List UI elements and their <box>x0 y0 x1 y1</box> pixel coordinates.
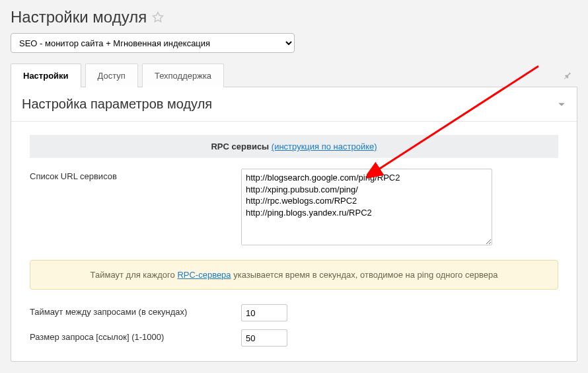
timeout-label: Таймаут между запросами (в секундах) <box>30 304 241 317</box>
timeout-input[interactable] <box>241 304 287 321</box>
rpc-section-title: RPC сервисы <box>211 142 269 151</box>
collapse-icon[interactable] <box>557 100 566 109</box>
batch-size-input[interactable] <box>241 329 287 347</box>
tab-access[interactable]: Доступ <box>85 63 138 87</box>
rpc-list-textarea[interactable] <box>241 169 492 245</box>
rpc-server-link[interactable]: RPC-сервера <box>177 270 231 280</box>
callout-prefix: Таймаут для каждого <box>91 270 178 280</box>
tab-settings[interactable]: Настройки <box>11 63 81 87</box>
timeout-callout: Таймаут для каждого RPC-сервера указывае… <box>30 260 558 290</box>
callout-suffix: указывается время в секундах, отводимое … <box>231 270 498 280</box>
panel-heading: Настройка параметров модуля <box>22 97 212 112</box>
pin-icon[interactable] <box>558 65 577 85</box>
rpc-instructions-link[interactable]: (инструкция по настройке) <box>272 142 377 151</box>
page-title: Настройки модуля <box>11 8 147 26</box>
settings-panel: Настройка параметров модуля RPC сервисы … <box>11 87 577 362</box>
tab-support[interactable]: Техподдержка <box>142 63 224 87</box>
rpc-section-bar: RPC сервисы (инструкция по настройке) <box>30 135 558 158</box>
module-select[interactable]: SEO - монитор сайта + Мгновенная индекса… <box>11 33 295 53</box>
favorite-star-icon[interactable] <box>152 11 164 23</box>
batch-label: Размер запроса [ссылок] (1-1000) <box>30 329 241 342</box>
rpc-list-label: Список URL сервисов <box>30 169 241 181</box>
svg-marker-0 <box>153 13 163 22</box>
